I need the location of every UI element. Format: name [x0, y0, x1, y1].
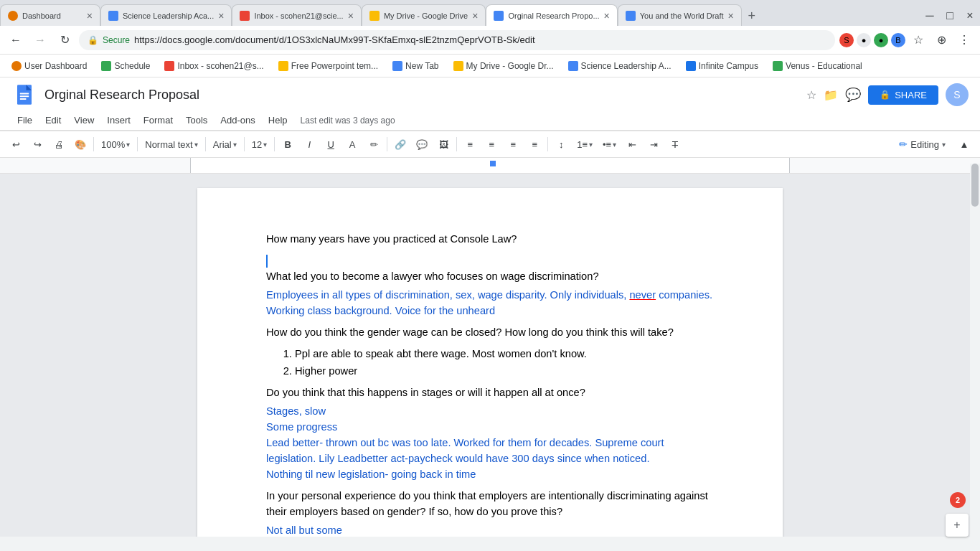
ext-icon-blue[interactable]: B: [891, 33, 905, 47]
clear-formatting-button[interactable]: T̶: [665, 134, 685, 154]
ext-icon-green[interactable]: ●: [874, 33, 888, 47]
document-title[interactable]: Orginal Research Proposal: [44, 88, 799, 103]
tab-inbox[interactable]: Inbox - scohen21@scie... ×: [232, 4, 361, 26]
collapse-toolbar-button[interactable]: ▲: [954, 134, 974, 154]
menu-help[interactable]: Help: [263, 112, 293, 128]
user-avatar[interactable]: S: [946, 83, 969, 106]
font-color-button[interactable]: A: [342, 134, 362, 154]
header-right: 💬 🔒 SHARE S: [845, 83, 969, 106]
decrease-indent-button[interactable]: ⇤: [622, 134, 642, 154]
tab-close-icon[interactable]: ×: [472, 10, 478, 22]
secure-label: Secure: [103, 35, 130, 45]
link-button[interactable]: 🔗: [390, 134, 410, 154]
forward-button[interactable]: →: [30, 30, 50, 50]
bookmark-venus[interactable]: Venus - Educational: [767, 60, 868, 72]
menu-tools[interactable]: Tools: [180, 112, 213, 128]
align-right-button[interactable]: ≡: [503, 134, 523, 154]
image-button[interactable]: 🖼: [433, 134, 453, 154]
tab-close-icon[interactable]: ×: [348, 10, 354, 22]
bookmark-user-dashboard[interactable]: User Dashboard: [6, 60, 93, 72]
answer-list: Ppl are able to speak abt there wage. Mo…: [295, 346, 714, 379]
zoom-dropdown[interactable]: 100% ▾: [97, 138, 134, 151]
question-1: How many years have you practiced at Con…: [266, 231, 714, 247]
menu-format[interactable]: Format: [138, 112, 179, 128]
paint-format-button[interactable]: 🎨: [70, 134, 90, 154]
tab-close-icon[interactable]: ×: [218, 10, 224, 22]
bookmark-schedule[interactable]: Schedule: [95, 60, 156, 72]
answer-4a: Stages, slow: [266, 403, 714, 419]
chrome-menu-button[interactable]: ⋮: [954, 30, 974, 50]
menu-edit[interactable]: Edit: [39, 112, 67, 128]
undo-button[interactable]: ↩: [6, 134, 26, 154]
document-page[interactable]: How many years have you practiced at Con…: [197, 188, 783, 537]
align-justify-button[interactable]: ≡: [524, 134, 545, 154]
reload-button[interactable]: ↻: [55, 30, 75, 50]
size-dropdown[interactable]: 12 ▾: [248, 138, 271, 151]
menu-insert[interactable]: Insert: [101, 112, 136, 128]
tab-close-icon[interactable]: ×: [604, 10, 610, 22]
tab-gdrive[interactable]: My Drive - Google Drive ×: [362, 4, 486, 26]
url-bar[interactable]: 🔒 Secure https://docs.google.com/documen…: [79, 30, 835, 50]
tab-label: Inbox - scohen21@scie...: [254, 11, 343, 20]
minimize-button[interactable]: ─: [920, 6, 940, 26]
redo-button[interactable]: ↪: [27, 134, 47, 154]
tab-youworlddraft[interactable]: You and the World Draft ×: [618, 4, 742, 26]
align-center-button[interactable]: ≡: [481, 134, 501, 154]
menu-addons[interactable]: Add-ons: [215, 112, 260, 128]
ext-icon-grey[interactable]: ●: [857, 33, 871, 47]
page-area: How many years have you practiced at Con…: [0, 174, 980, 537]
share-button[interactable]: 🔒 SHARE: [868, 85, 938, 105]
add-comment-button[interactable]: +: [946, 514, 969, 537]
menu-bar: File Edit View Insert Format Tools Add-o…: [11, 110, 969, 130]
list-item-2: Higher power: [295, 363, 714, 379]
increase-indent-button[interactable]: ⇥: [644, 134, 664, 154]
editing-button[interactable]: ✏ Editing ▾: [893, 136, 951, 153]
tab-close-icon[interactable]: ×: [87, 10, 93, 22]
bullet-list-button[interactable]: •≡ ▾: [598, 138, 621, 151]
scrollbar[interactable]: [970, 164, 980, 537]
ext-icon-red[interactable]: S: [839, 33, 854, 47]
style-dropdown[interactable]: Normal text ▾: [141, 138, 202, 151]
ruler-tab-indent[interactable]: [490, 161, 496, 166]
bookmark-gdrive[interactable]: My Drive - Google Dr...: [448, 60, 560, 72]
numbered-list-button[interactable]: 1≡ ▾: [573, 138, 597, 151]
back-button[interactable]: ←: [6, 30, 26, 50]
bookmark-inbox[interactable]: Inbox - scohen21@s...: [159, 60, 269, 72]
ruler-inner: [190, 158, 790, 173]
bookmark-label: Inbox - scohen21@s...: [177, 61, 263, 71]
separator: [387, 137, 387, 151]
share-label: SHARE: [895, 90, 927, 100]
bookmark-powerpoint[interactable]: Free Powerpoint tem...: [273, 60, 384, 72]
menu-file[interactable]: File: [11, 112, 38, 128]
folder-icon[interactable]: 📁: [824, 88, 838, 102]
italic-button[interactable]: I: [299, 134, 319, 154]
bookmark-newtab[interactable]: New Tab: [387, 60, 444, 72]
new-tab-button[interactable]: +: [742, 6, 762, 26]
close-button[interactable]: ×: [960, 6, 980, 26]
comment-icon[interactable]: 💬: [845, 87, 861, 103]
bookmark-science[interactable]: Science Leadership A...: [562, 60, 677, 72]
print-button[interactable]: 🖨: [49, 134, 69, 154]
tab-close-icon[interactable]: ×: [728, 10, 734, 22]
underline-button[interactable]: U: [321, 134, 341, 154]
tab-science[interactable]: Science Leadership Aca... ×: [100, 4, 232, 26]
line-spacing-button[interactable]: ↕: [551, 134, 571, 154]
bookmark-infinitecampus[interactable]: Infinite Campus: [680, 60, 764, 72]
toolbar: ↩ ↪ 🖨 🎨 100% ▾ Normal text ▾ Arial ▾ 12 …: [0, 131, 980, 158]
menu-view[interactable]: View: [68, 112, 100, 128]
highlight-button[interactable]: ✏: [364, 134, 384, 154]
star-icon[interactable]: ☆: [806, 88, 816, 102]
bookmark-button[interactable]: ☆: [908, 30, 928, 50]
bookmark-label: Infinite Campus: [699, 61, 758, 71]
scrollbar-thumb[interactable]: [971, 164, 979, 207]
comment-add-button[interactable]: 💬: [412, 134, 432, 154]
bold-button[interactable]: B: [278, 134, 298, 154]
document-content: How many years have you practiced at Con…: [266, 231, 714, 537]
tab-dashboard[interactable]: Dashboard ×: [0, 4, 100, 26]
list-item-1: Ppl are able to speak abt there wage. Mo…: [295, 346, 714, 362]
font-dropdown[interactable]: Arial ▾: [209, 138, 241, 151]
align-left-button[interactable]: ≡: [460, 134, 480, 154]
restore-button[interactable]: □: [940, 6, 960, 26]
extensions-button[interactable]: ⊕: [931, 30, 951, 50]
tab-research[interactable]: Orginal Research Propo... ×: [486, 4, 617, 26]
